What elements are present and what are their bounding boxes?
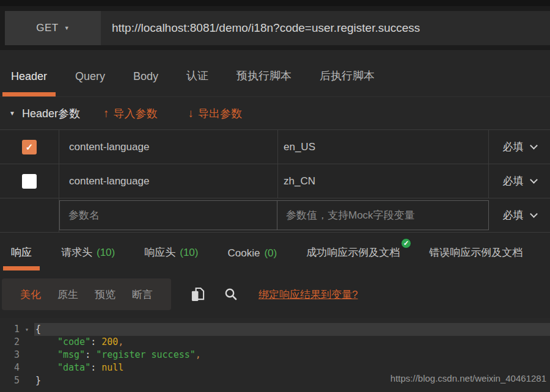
- search-icon[interactable]: [224, 288, 238, 301]
- required-label: 必填: [503, 140, 524, 154]
- table-row: content-language zh_CN 必填: [0, 164, 550, 198]
- response-tab-error-example[interactable]: 错误响应示例及文档: [427, 245, 524, 270]
- param-name-input[interactable]: 参数名: [60, 201, 277, 230]
- code-line: 4 "data": null: [0, 361, 550, 374]
- params-section-title: Header参数: [22, 106, 80, 121]
- chevron-down-icon: [530, 210, 538, 218]
- view-mode-switcher: 美化 原生 预览 断言: [2, 278, 171, 310]
- tab-header[interactable]: Header: [8, 70, 50, 96]
- count-badge: (0): [264, 247, 277, 259]
- required-dropdown[interactable]: 必填: [489, 164, 550, 198]
- response-tab-label: 请求头: [61, 247, 92, 258]
- required-label: 必填: [503, 208, 524, 222]
- code-token: {: [35, 324, 41, 335]
- url-input[interactable]: http://localhost:8081/demo/i18n?code=use…: [101, 11, 550, 45]
- import-params-label: 导入参数: [113, 106, 157, 121]
- chevron-down-icon: ▼: [64, 25, 70, 31]
- fold-caret-icon[interactable]: ▾: [20, 323, 34, 336]
- response-tab-label: 成功响应示例及文档: [306, 247, 400, 258]
- response-tab-body[interactable]: 响应: [9, 245, 34, 270]
- code-token: "data": [57, 362, 90, 373]
- checkbox-cell: [0, 198, 59, 232]
- csdn-watermark: https://blog.csdn.net/weixin_40461281: [391, 373, 546, 383]
- code-token: "register success": [96, 349, 196, 360]
- response-tab-cookie[interactable]: Cookie(0): [226, 247, 279, 270]
- table-row: ✓ content-language en_US 必填: [0, 130, 550, 164]
- param-name-cell[interactable]: content-language: [59, 130, 278, 164]
- check-icon: ✓: [26, 142, 34, 153]
- response-tab-label: Cookie: [227, 247, 260, 259]
- copy-icon[interactable]: [191, 286, 205, 302]
- request-tabs: Header Query Body 认证 预执行脚本 后执行脚本: [0, 50, 550, 96]
- required-dropdown[interactable]: 必填: [489, 198, 550, 232]
- view-beautify[interactable]: 美化: [20, 288, 41, 302]
- chevron-down-icon: [530, 176, 538, 184]
- window-top-strip: [0, 0, 550, 6]
- chevron-down-icon: [530, 142, 538, 150]
- code-token: 200: [101, 336, 118, 347]
- param-value-cell[interactable]: zh_CN: [278, 164, 489, 198]
- row-enabled-checkbox[interactable]: [22, 174, 37, 189]
- row-enabled-checkbox[interactable]: ✓: [22, 140, 37, 154]
- param-name-cell[interactable]: content-language: [59, 164, 278, 198]
- code-token: }: [35, 375, 41, 386]
- checkbox-cell: [0, 164, 59, 198]
- required-label: 必填: [503, 174, 524, 188]
- collapse-triangle-icon[interactable]: ▼: [9, 110, 15, 117]
- code-line: 1 ▾ {: [0, 323, 550, 336]
- code-line: 3 "msg": "register success",: [0, 349, 550, 361]
- http-method-dropdown[interactable]: GET ▼: [5, 11, 101, 45]
- line-number: 4: [0, 361, 20, 374]
- code-token: null: [101, 362, 123, 373]
- request-url-bar: GET ▼ http://localhost:8081/demo/i18n?co…: [0, 6, 550, 50]
- http-method-label: GET: [36, 22, 58, 34]
- response-toolbar: 美化 原生 预览 断言 绑定响应结果到变量?: [0, 270, 550, 318]
- code-token: "msg": [57, 349, 85, 360]
- export-params-button[interactable]: ↓ 导出参数: [188, 106, 242, 121]
- response-tab-label: 响应头: [144, 247, 175, 258]
- import-params-button[interactable]: ↑ 导入参数: [103, 106, 158, 121]
- line-number: 5: [0, 374, 20, 387]
- count-badge: (10): [97, 247, 115, 258]
- response-tab-request-headers[interactable]: 请求头(10): [59, 245, 117, 270]
- params-table: ✓ content-language en_US 必填 content-lang…: [0, 129, 550, 233]
- code-line: 2 "code": 200,: [0, 336, 550, 349]
- param-value-cell[interactable]: en_US: [278, 130, 489, 164]
- line-number: 3: [0, 349, 20, 361]
- arrow-up-icon: ↑: [103, 107, 109, 120]
- line-number: 2: [0, 336, 20, 349]
- code-token: "code": [57, 336, 90, 347]
- view-raw[interactable]: 原生: [57, 288, 78, 302]
- response-tab-response-headers[interactable]: 响应头(10): [142, 245, 200, 270]
- table-row-new: 参数名 参数值，支持Mock字段变量 必填: [0, 198, 550, 233]
- success-check-icon: ✓: [401, 238, 411, 249]
- header-params-section: ▼ Header参数 ↑ 导入参数 ↓ 导出参数: [0, 96, 550, 129]
- response-tabs: 响应 请求头(10) 响应头(10) Cookie(0) 成功响应示例及文档 ✓…: [0, 233, 550, 270]
- required-dropdown[interactable]: 必填: [489, 130, 550, 164]
- arrow-down-icon: ↓: [188, 107, 194, 120]
- param-value-input[interactable]: 参数值，支持Mock字段变量: [277, 201, 488, 230]
- bind-response-to-variable-link[interactable]: 绑定响应结果到变量?: [258, 288, 358, 302]
- checkbox-cell: ✓: [0, 130, 59, 164]
- view-assert[interactable]: 断言: [132, 288, 153, 302]
- response-tab-success-example[interactable]: 成功响应示例及文档 ✓: [304, 245, 402, 270]
- tab-query[interactable]: Query: [72, 70, 108, 96]
- new-param-inputs: 参数名 参数值，支持Mock字段变量: [59, 200, 489, 230]
- export-params-label: 导出参数: [198, 106, 242, 121]
- tab-body[interactable]: Body: [130, 70, 161, 96]
- tab-post-script[interactable]: 后执行脚本: [317, 68, 378, 96]
- tab-auth[interactable]: 认证: [183, 68, 211, 96]
- count-badge: (10): [180, 247, 198, 258]
- line-number: 1: [0, 323, 20, 336]
- api-client-window: GET ▼ http://localhost:8081/demo/i18n?co…: [0, 0, 550, 392]
- tab-pre-script[interactable]: 预执行脚本: [233, 68, 295, 96]
- view-preview[interactable]: 预览: [95, 288, 116, 302]
